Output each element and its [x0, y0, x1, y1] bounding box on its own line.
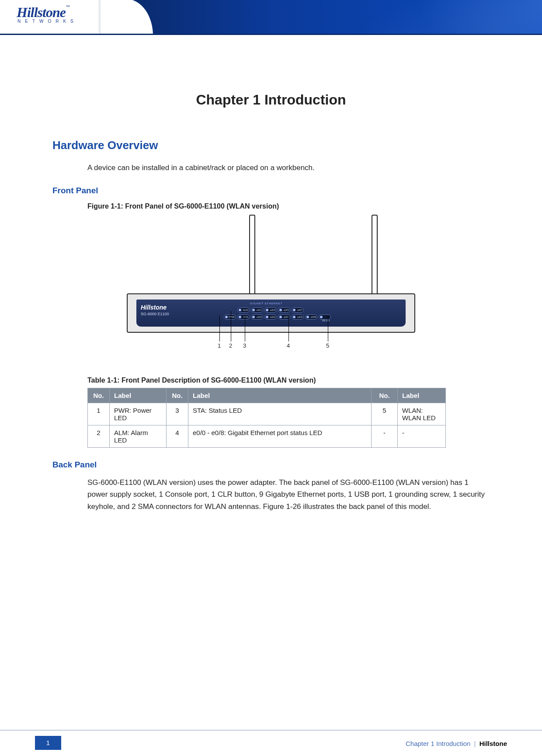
led-e00: e0/0: [251, 314, 263, 320]
led-e05: e0/5: [278, 307, 290, 313]
led-sta: STA: [237, 314, 250, 320]
cell: -: [398, 425, 446, 448]
cell: 3: [167, 403, 188, 425]
cell: 1: [88, 403, 110, 425]
cell: 5: [372, 403, 398, 425]
banner-curve-decor: [101, 0, 153, 35]
device-chassis: Hillstone SG-6000 E1100 GIGABIT ETHERNET…: [127, 293, 415, 333]
page-content: Chapter 1 Introduction Hardware Overview…: [0, 35, 542, 512]
callout-line-3: [245, 315, 245, 341]
logo: Hillstone™ NETWORKS: [17, 4, 104, 24]
table-header-row: No. Label No. Label No. Label: [88, 388, 446, 403]
heading-hardware-overview: Hardware Overview: [52, 139, 490, 152]
led-e03: e0/3: [264, 307, 277, 313]
cell: STA: Status LED: [188, 403, 372, 425]
back-panel-paragraph: SG-6000-E1100 (WLAN version) uses the po…: [87, 477, 490, 512]
footer-brand: Hillstone: [479, 740, 507, 747]
callout-num-3: 3: [243, 342, 246, 349]
led-row-bottom: PWR STA e0/0 e0/2 e0/4 e0/6 e0/8 WLAN: [224, 314, 331, 320]
led-alm: ALM: [237, 307, 250, 313]
led-e06: e0/6: [292, 314, 304, 320]
callout-num-5: 5: [326, 342, 329, 349]
cell: PWR: Power LED: [110, 403, 167, 425]
header-banner: Hillstone™ NETWORKS: [0, 0, 542, 35]
th-no-3: No.: [372, 388, 398, 403]
led-group-header: GIGABIT ETHERNET: [250, 302, 282, 305]
callout-line-4: [288, 315, 289, 341]
table-row: 2 ALM: Alarm LED 4 e0/0 - e0/8: Gigabit …: [88, 425, 446, 448]
footer-chapter: Chapter 1 Introduction: [406, 740, 470, 747]
footer-separator: |: [474, 740, 476, 747]
callout-line-1: [219, 315, 220, 341]
th-label-3: Label: [398, 388, 446, 403]
callout-line-2: [231, 311, 231, 341]
logo-word: Hillstone: [17, 4, 66, 20]
th-label-2: Label: [188, 388, 372, 403]
table-row: 1 PWR: Power LED 3 STA: Status LED 5 WLA…: [88, 403, 446, 425]
front-panel-table: No. Label No. Label No. Label 1 PWR: Pow…: [87, 388, 446, 448]
device-figure: Hillstone SG-6000 E1100 GIGABIT ETHERNET…: [118, 215, 424, 355]
led-pwr: PWR: [224, 314, 236, 320]
intro-paragraph: A device can be installed in a cabinet/r…: [87, 162, 490, 174]
th-no-2: No.: [167, 388, 188, 403]
led-e02: e0/2: [264, 314, 277, 320]
table-caption: Table 1-1: Front Panel Description of SG…: [87, 376, 490, 384]
cell: ALM: Alarm LED: [110, 425, 167, 448]
cell: 4: [167, 425, 188, 448]
cell: -: [372, 425, 398, 448]
chapter-title: Chapter 1 Introduction: [52, 92, 490, 108]
device-brand: Hillstone: [141, 304, 167, 311]
callout-num-2: 2: [229, 342, 232, 349]
led-e08: e0/8: [305, 314, 317, 320]
led-row-top: ALM e0/1 e0/3 e0/5 e0/7: [224, 307, 304, 313]
callout-num-4: 4: [287, 342, 290, 349]
logo-trademark: ™: [66, 4, 70, 9]
cell: WLAN: WLAN LED: [398, 403, 446, 425]
figure-caption: Figure 1-1: Front Panel of SG-6000-E1100…: [87, 202, 490, 210]
callout-line-5: [328, 315, 328, 341]
logo-subtext: NETWORKS: [17, 19, 104, 24]
callout-num-1: 1: [218, 342, 221, 349]
heading-front-panel: Front Panel: [52, 186, 490, 195]
page-footer: 1 Chapter 1 Introduction | Hillstone: [0, 730, 542, 756]
antenna-right-icon: [372, 215, 378, 298]
banner-swirl-decor: [236, 0, 542, 35]
led-e07: e0/7: [292, 307, 304, 313]
led-e01: e0/1: [251, 307, 263, 313]
cell: e0/0 - e0/8: Gigabit Ethernet port statu…: [188, 425, 372, 448]
page-number: 1: [35, 736, 61, 750]
th-no-1: No.: [88, 388, 110, 403]
device-model: SG-6000 E1100: [141, 312, 169, 316]
th-label-1: Label: [110, 388, 167, 403]
cell: 2: [88, 425, 110, 448]
heading-back-panel: Back Panel: [52, 460, 490, 470]
antenna-left-icon: [249, 215, 255, 298]
footer-breadcrumb: Chapter 1 Introduction | Hillstone: [406, 740, 507, 747]
device-faceplate: Hillstone SG-6000 E1100 GIGABIT ETHERNET…: [136, 300, 406, 327]
led-wlan: WLAN: [319, 314, 331, 320]
